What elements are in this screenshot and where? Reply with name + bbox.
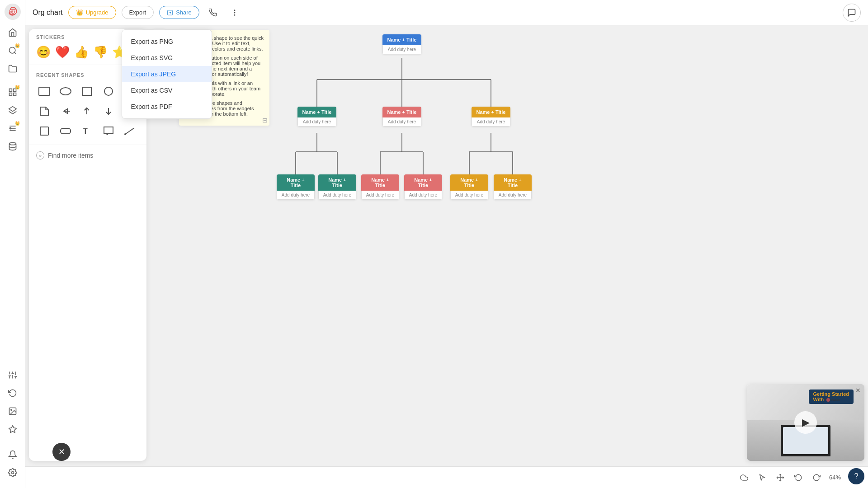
close-icon: ✕	[58, 447, 65, 457]
sticker-heart[interactable]: ❤️	[55, 45, 70, 59]
app-logo[interactable]: CO	[5, 4, 21, 20]
org-node-root-header: Name + Title	[382, 34, 421, 45]
export-dropdown: Export as PNG Export as SVG Export as JP…	[122, 29, 212, 119]
org-chart[interactable]: Name + Title Add duty here Name + Title …	[288, 34, 649, 269]
redo-icon[interactable]	[809, 470, 824, 485]
org-node-l3-4-body: Add duty here	[450, 191, 488, 200]
shape-text[interactable]: T	[79, 123, 95, 139]
svg-text:T: T	[83, 127, 88, 135]
sidebar-item-history[interactable]	[5, 385, 21, 401]
phone-icon	[209, 9, 217, 17]
phone-button[interactable]	[205, 5, 221, 21]
sidebar-item-adjustments[interactable]	[5, 367, 21, 383]
cursor-icon[interactable]	[755, 470, 769, 485]
undo-icon[interactable]	[791, 470, 806, 485]
org-node-l3-4[interactable]: Name + Title Add duty here	[450, 174, 488, 200]
org-chart-connectors	[288, 34, 649, 269]
svg-point-32	[60, 88, 71, 95]
shape-circle[interactable]	[100, 83, 117, 99]
sidebar-item-shapes[interactable]	[5, 421, 21, 437]
find-more-button[interactable]: ○ Find more items	[29, 147, 146, 164]
divider-2	[29, 145, 146, 145]
shape-rect[interactable]	[36, 83, 52, 99]
video-card-close-button[interactable]: ✕	[855, 387, 861, 394]
export-svg-item[interactable]: Export as SVG	[122, 50, 212, 66]
org-node-l3-5-body: Add duty here	[494, 191, 532, 200]
svg-point-34	[104, 87, 113, 95]
cloud-save-icon[interactable]	[737, 470, 751, 485]
share-icon	[167, 9, 173, 16]
video-play-button[interactable]: ▶	[794, 411, 817, 434]
org-node-l3-2[interactable]: Name + Title Add duty here	[361, 174, 399, 200]
org-node-l3-2-body: Add duty here	[361, 191, 399, 200]
shape-arrow-left[interactable]	[57, 103, 74, 119]
sticker-thumbsup[interactable]: 👍	[74, 45, 89, 59]
find-more-label: Find more items	[48, 152, 93, 159]
org-node-l3-1[interactable]: Name + Title Add duty here	[318, 174, 356, 200]
main-area: Org chart 👑 Upgrade Export Export as PNG…	[25, 0, 868, 488]
shape-arrow-down[interactable]	[100, 103, 117, 119]
shape-page[interactable]	[36, 123, 52, 139]
svg-rect-6	[13, 93, 16, 96]
sidebar-item-image[interactable]	[5, 403, 21, 419]
org-node-l2-0[interactable]: Name + Title Add duty here	[297, 107, 336, 127]
svg-point-13	[9, 143, 16, 145]
shape-line[interactable]	[122, 123, 138, 139]
sidebar-item-settings[interactable]	[5, 465, 21, 481]
org-node-l3-5-header: Name + Title	[494, 174, 532, 191]
sidebar-item-controls[interactable]: 👑	[5, 120, 21, 136]
help-button[interactable]: ?	[848, 468, 864, 484]
sticker-smile[interactable]: 😊	[36, 45, 51, 59]
shape-doc[interactable]	[36, 103, 52, 119]
export-button[interactable]: Export	[122, 6, 154, 19]
org-node-root[interactable]: Name + Title Add duty here	[382, 34, 421, 54]
svg-marker-8	[9, 107, 16, 112]
crown-icon: 👑	[15, 43, 20, 48]
more-button[interactable]	[226, 5, 243, 21]
svg-point-74	[826, 398, 830, 402]
sidebar-item-database[interactable]	[5, 138, 21, 155]
org-node-l3-3[interactable]: Name + Title Add duty here	[404, 174, 442, 200]
video-badge-brand: creately	[825, 397, 840, 402]
sidebar-item-search[interactable]: 👑	[5, 42, 21, 59]
move-icon[interactable]	[773, 470, 788, 485]
org-node-l2-1[interactable]: Name + Title Add duty here	[382, 107, 421, 127]
svg-rect-45	[61, 128, 71, 134]
video-badge-line1: Getting Started	[813, 391, 849, 397]
org-node-l3-0[interactable]: Name + Title Add duty here	[277, 174, 315, 200]
shape-square[interactable]	[79, 83, 95, 99]
sticker-thumbsdown[interactable]: 👎	[93, 45, 108, 59]
sidebar-item-folder[interactable]	[5, 61, 21, 77]
svg-point-29	[234, 12, 235, 13]
export-pdf-item[interactable]: Export as PDF	[122, 99, 212, 115]
org-node-l2-0-header: Name + Title	[297, 107, 336, 117]
export-csv-item[interactable]: Export as CSV	[122, 82, 212, 99]
svg-rect-31	[39, 87, 50, 95]
sidebar-item-templates[interactable]: 👑	[5, 84, 21, 100]
zoom-level: 64%	[827, 474, 843, 481]
svg-point-24	[10, 409, 11, 411]
sidebar-item-bell[interactable]	[5, 446, 21, 463]
export-png-item[interactable]: Export as PNG	[122, 33, 212, 50]
close-panel-button[interactable]: ✕	[52, 443, 71, 461]
shape-rounded-rect[interactable]	[57, 123, 74, 139]
sidebar-item-home[interactable]	[5, 24, 21, 41]
upgrade-button[interactable]: 👑 Upgrade	[68, 6, 116, 19]
svg-text:CO: CO	[9, 9, 16, 14]
export-button-wrapper: Export Export as PNG Export as SVG Expor…	[122, 6, 154, 19]
svg-point-28	[234, 10, 235, 11]
org-node-l3-2-header: Name + Title	[361, 174, 399, 191]
svg-marker-25	[9, 426, 16, 433]
org-node-l2-2[interactable]: Name + Title Add duty here	[472, 107, 510, 127]
shape-ellipse[interactable]	[57, 83, 74, 99]
shape-callout[interactable]	[100, 123, 117, 139]
export-jpeg-item[interactable]: Export as JPEG	[122, 66, 212, 82]
org-node-l3-5[interactable]: Name + Title Add duty here	[494, 174, 532, 200]
share-button[interactable]: Share	[159, 6, 199, 19]
crown-icon-3: 👑	[15, 121, 20, 126]
svg-rect-33	[82, 87, 91, 95]
chat-button[interactable]	[843, 4, 861, 22]
sidebar-item-layers[interactable]	[5, 102, 21, 118]
crown-icon-2: 👑	[15, 85, 20, 89]
shape-arrow-up[interactable]	[79, 103, 95, 119]
